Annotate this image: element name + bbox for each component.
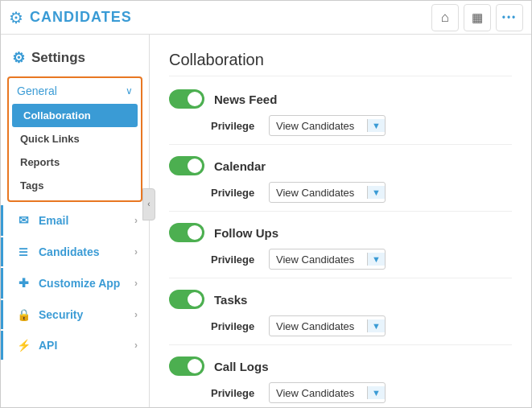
sidebar-item-security[interactable]: 🔒 Security › [1, 300, 149, 329]
privilege-row: Privilege View Candidates ▼ [169, 315, 512, 336]
privilege-row: Privilege View Candidates ▼ [169, 382, 512, 403]
app-title: CANDIDATES [30, 9, 132, 26]
customize-icon: ✚ [14, 276, 32, 291]
content-title: Collaboration [169, 51, 512, 76]
feature-news-feed: News Feed Privilege View Candidates ▼ [169, 89, 512, 145]
feature-name: Follow Ups [214, 226, 278, 240]
chevron-right-icon: › [134, 215, 138, 226]
news-feed-toggle[interactable] [169, 89, 204, 109]
chevron-right-icon: › [134, 309, 138, 320]
app-header: ⚙ CANDIDATES ⌂ ▦ ••• [1, 1, 531, 35]
privilege-label: Privilege [211, 320, 259, 332]
feature-row: Tasks [169, 290, 512, 309]
more-icon: ••• [502, 12, 518, 23]
sidebar-item-quick-links[interactable]: Quick Links [9, 127, 141, 150]
feature-call-logs: Call Logs Privilege View Candidates ▼ [169, 356, 512, 408]
sidebar-item-collaboration[interactable]: Collaboration [12, 104, 138, 127]
privilege-row: Privilege View Candidates ▼ [169, 115, 512, 136]
feature-row: Follow Ups [169, 223, 512, 242]
privilege-row: Privilege View Candidates ▼ [169, 249, 512, 270]
main-layout: ⚙ Settings General ∨ Collaboration Quick… [1, 35, 531, 408]
privilege-row: Privilege View Candidates ▼ [169, 182, 512, 203]
privilege-label: Privilege [211, 387, 259, 399]
feature-name: News Feed [214, 93, 277, 106]
feature-row: News Feed [169, 89, 512, 109]
select-arrow-icon: ▼ [367, 386, 385, 399]
chart-button[interactable]: ▦ [464, 4, 491, 31]
chevron-down-icon: ∨ [126, 85, 133, 97]
chart-icon: ▦ [472, 10, 483, 25]
home-button[interactable]: ⌂ [431, 4, 459, 31]
sidebar-item-tags[interactable]: Tags [9, 174, 141, 197]
more-button[interactable]: ••• [496, 4, 523, 31]
select-arrow-icon: ▼ [367, 119, 385, 132]
sidebar-item-candidates[interactable]: ☰ Candidates › [1, 237, 149, 266]
candidates-icon: ☰ [14, 246, 32, 258]
sidebar-item-email[interactable]: ✉ Email › [1, 205, 149, 236]
sidebar-collapse-button[interactable]: ‹ [142, 188, 155, 220]
content-area: Collaboration News Feed Privilege View C… [150, 35, 531, 408]
privilege-label: Privilege [211, 253, 259, 266]
settings-gear-icon: ⚙ [12, 49, 25, 67]
call-logs-toggle[interactable] [169, 356, 204, 376]
privilege-label: Privilege [211, 187, 259, 199]
follow-ups-toggle[interactable] [169, 223, 204, 242]
feature-follow-ups: Follow Ups Privilege View Candidates ▼ [169, 223, 512, 278]
chevron-right-icon: › [134, 278, 138, 289]
sidebar-item-customize-app[interactable]: ✚ Customize App › [1, 268, 149, 299]
general-submenu: Collaboration Quick Links Reports Tags [9, 104, 141, 200]
security-icon: 🔒 [14, 308, 32, 321]
feature-row: Calendar [169, 156, 512, 175]
email-icon: ✉ [14, 213, 32, 228]
tasks-privilege-select[interactable]: View Candidates ▼ [269, 315, 386, 336]
sidebar: ⚙ Settings General ∨ Collaboration Quick… [1, 35, 150, 408]
collapse-icon: ‹ [147, 200, 150, 208]
general-label: General [17, 84, 57, 97]
gear-icon: ⚙ [9, 8, 23, 27]
privilege-label: Privilege [211, 120, 259, 132]
feature-name: Tasks [214, 293, 247, 307]
feature-calendar: Calendar Privilege View Candidates ▼ [169, 156, 512, 212]
chevron-right-icon: › [134, 246, 138, 258]
news-feed-privilege-select[interactable]: View Candidates ▼ [269, 115, 386, 136]
tasks-toggle[interactable] [169, 290, 204, 309]
select-arrow-icon: ▼ [367, 186, 385, 199]
calendar-toggle[interactable] [169, 156, 204, 175]
follow-ups-privilege-select[interactable]: View Candidates ▼ [269, 249, 386, 270]
select-arrow-icon: ▼ [367, 319, 385, 332]
feature-row: Call Logs [169, 356, 512, 376]
call-logs-privilege-select[interactable]: View Candidates ▼ [269, 382, 386, 403]
header-right: ⌂ ▦ ••• [431, 4, 523, 31]
sidebar-item-reports[interactable]: Reports [9, 150, 141, 174]
calendar-privilege-select[interactable]: View Candidates ▼ [269, 182, 386, 203]
header-left: ⚙ CANDIDATES [9, 8, 132, 27]
feature-name: Calendar [214, 159, 266, 173]
select-arrow-icon: ▼ [367, 253, 385, 266]
sidebar-item-api[interactable]: ⚡ API › [1, 331, 149, 360]
api-icon: ⚡ [14, 339, 32, 352]
feature-tasks: Tasks Privilege View Candidates ▼ [169, 290, 512, 345]
feature-name: Call Logs [214, 360, 269, 373]
settings-label: ⚙ Settings [1, 43, 149, 73]
home-icon: ⌂ [441, 10, 449, 26]
chevron-right-icon: › [134, 340, 138, 351]
general-dropdown-header[interactable]: General ∨ [9, 78, 141, 104]
general-dropdown: General ∨ Collaboration Quick Links Repo… [7, 76, 142, 202]
